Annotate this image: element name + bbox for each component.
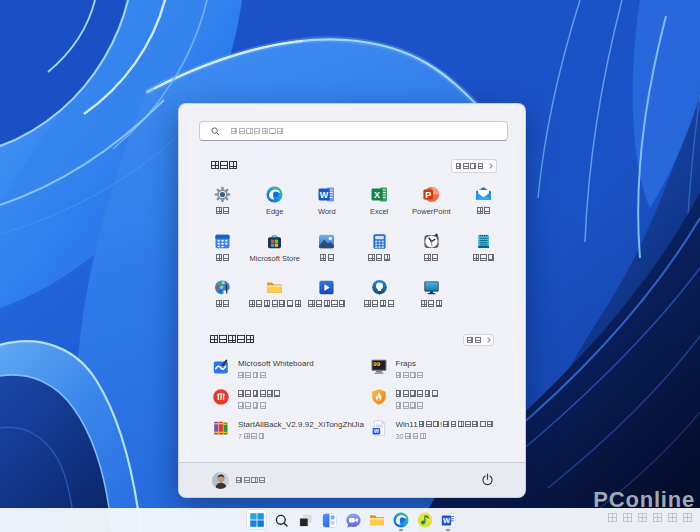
svg-text:W: W xyxy=(320,190,329,200)
svg-text:W: W xyxy=(373,428,379,434)
svg-text:X: X xyxy=(374,190,380,200)
svg-text:99: 99 xyxy=(373,360,380,367)
svg-text:W: W xyxy=(442,516,450,525)
svg-text:P: P xyxy=(425,190,431,200)
